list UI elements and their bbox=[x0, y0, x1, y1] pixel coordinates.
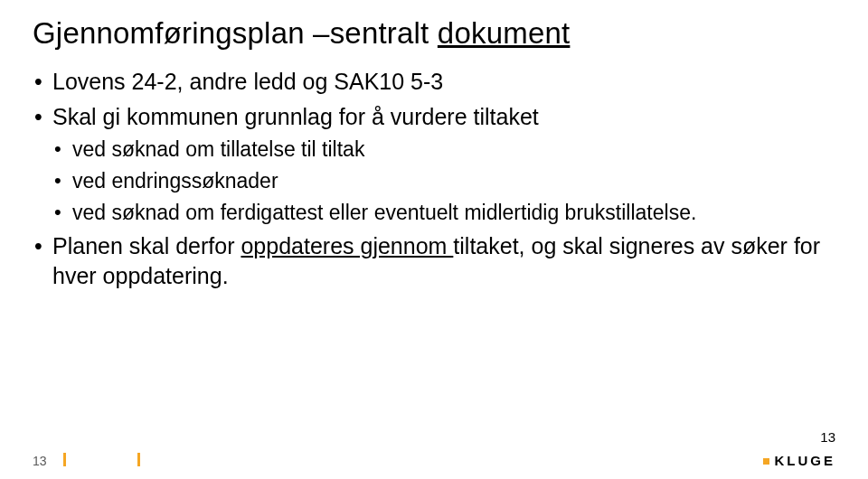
sub-bullet-1: ved søknad om tillatelse til tiltak bbox=[52, 136, 835, 164]
accent-bar-icon bbox=[137, 453, 140, 466]
bullet-2: Skal gi kommunen grunnlag for å vurdere … bbox=[33, 102, 835, 226]
accent-bar-icon bbox=[63, 453, 66, 466]
title-underlined: dokument bbox=[438, 16, 571, 50]
logo-square-icon bbox=[763, 458, 769, 465]
bullet-1-text: Lovens 24-2, andre ledd og SAK10 5-3 bbox=[52, 69, 443, 94]
sub-bullet-3-text: ved søknad om ferdigattest eller eventue… bbox=[72, 201, 696, 224]
bullet-3-pre: Planen skal derfor bbox=[52, 233, 241, 258]
footer: 13 13 KLUGE bbox=[0, 446, 868, 468]
sub-bullet-list: ved søknad om tillatelse til tiltak ved … bbox=[52, 136, 835, 226]
sub-bullet-2: ved endringssøknader bbox=[52, 167, 835, 195]
page-number-right: 13 bbox=[820, 429, 835, 445]
bullet-1: Lovens 24-2, andre ledd og SAK10 5-3 bbox=[33, 67, 835, 97]
logo-text: KLUGE bbox=[775, 453, 836, 468]
title-text: Gjennomføringsplan –sentralt bbox=[33, 16, 438, 50]
sub-bullet-3: ved søknad om ferdigattest eller eventue… bbox=[52, 199, 835, 227]
sub-bullet-1-text: ved søknad om tillatelse til tiltak bbox=[72, 137, 364, 161]
bullet-3-underlined: oppdateres gjennom bbox=[241, 233, 453, 258]
brand-logo: KLUGE bbox=[763, 453, 836, 468]
bullet-2-text: Skal gi kommunen grunnlag for å vurdere … bbox=[52, 104, 539, 129]
page-number-left: 13 bbox=[33, 454, 47, 468]
sub-bullet-2-text: ved endringssøknader bbox=[72, 169, 278, 193]
slide: Gjennomføringsplan –sentralt dokument Lo… bbox=[0, 0, 868, 479]
slide-title: Gjennomføringsplan –sentralt dokument bbox=[33, 16, 835, 51]
bullet-3: Planen skal derfor oppdateres gjennom ti… bbox=[33, 231, 835, 291]
bullet-list: Lovens 24-2, andre ledd og SAK10 5-3 Ska… bbox=[33, 67, 835, 291]
